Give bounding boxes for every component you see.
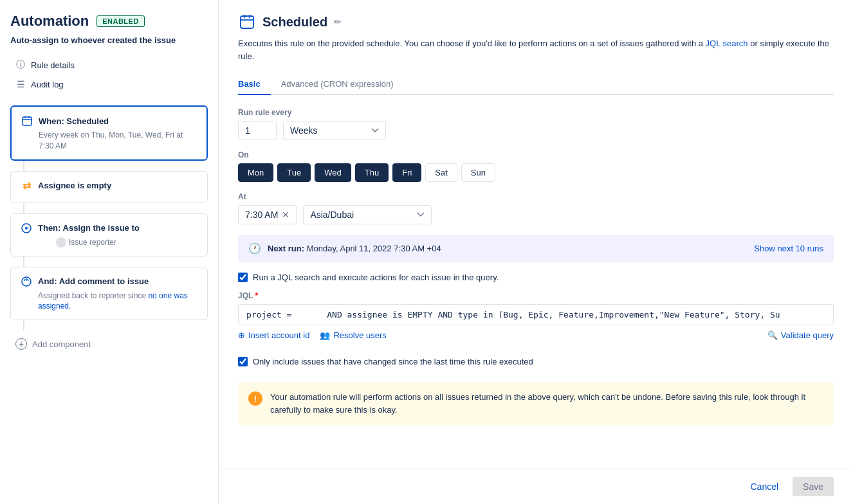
right-panel: Scheduled ✏ Executes this rule on the pr… <box>219 0 853 469</box>
warning-banner: ! Your automation rule will perform acti… <box>238 382 834 425</box>
jql-input-container <box>238 304 834 330</box>
svg-point-6 <box>22 277 31 286</box>
insert-account-id-button[interactable]: ⊕ Insert account id <box>238 330 309 340</box>
day-buttons: Mon Tue Wed Thu Fri Sat Sun <box>238 163 834 182</box>
sidebar-item-rule-details[interactable]: ⓘ Rule details <box>10 57 208 73</box>
rule-details-label: Rule details <box>31 60 75 70</box>
day-sat[interactable]: Sat <box>425 163 457 182</box>
jql-checkbox-label: Run a JQL search and execute actions for… <box>253 273 499 282</box>
workflow-node-scheduled[interactable]: When: Scheduled Every week on Thu, Mon, … <box>10 105 208 161</box>
connector-4 <box>23 320 24 330</box>
connector-1 <box>23 161 24 171</box>
jql-actions: ⊕ Insert account id 👥 Resolve users 🔍 Va… <box>238 330 834 340</box>
sidebar-header: Automation ENABLED <box>10 13 208 30</box>
list-icon: ☰ <box>15 79 26 89</box>
time-input-wrap: 7:30 AM ✕ <box>238 205 297 224</box>
clear-time-button[interactable]: ✕ <box>282 210 289 220</box>
workflow-node-assign[interactable]: Then: Assign the issue to Issue reporter <box>10 213 208 256</box>
frequency-select[interactable]: Hours Days Weeks Months <box>283 121 386 140</box>
next-run-left: 🕐 Next run: Monday, April 11, 2022 7:30 … <box>248 242 441 255</box>
jql-label: JQL * <box>238 291 834 300</box>
node-header-assignee: ⇄ Assignee is empty <box>20 179 198 192</box>
day-sun[interactable]: Sun <box>461 163 495 182</box>
workflow-node-comment[interactable]: And: Add comment to issue Assigned back … <box>10 267 208 321</box>
footer: Cancel Save <box>219 469 853 504</box>
sidebar-subtitle: Auto-assign to whoever created the issue <box>10 35 208 46</box>
time-value: 7:30 AM <box>245 210 278 220</box>
jql-checkbox-row: Run a JQL search and execute actions for… <box>238 273 834 282</box>
show-next-runs-link[interactable]: Show next 10 runs <box>754 244 823 253</box>
day-mon[interactable]: Mon <box>238 163 273 182</box>
node-header-assign: Then: Assign the issue to <box>20 222 198 235</box>
info-icon: ⓘ <box>15 60 26 70</box>
tabs: Basic Advanced (CRON expression) <box>238 74 834 95</box>
time-row: 7:30 AM ✕ Asia/Dubai UTC America/New_Yor… <box>238 205 834 224</box>
filter-icon: ⇄ <box>20 179 33 192</box>
node-title-assign: Then: Assign the issue to <box>38 223 140 233</box>
cancel-button[interactable]: Cancel <box>742 478 786 496</box>
svg-point-5 <box>25 227 28 230</box>
action-icon <box>20 222 33 235</box>
node-header-comment: And: Add comment to issue <box>20 275 198 288</box>
add-component-label: Add component <box>32 339 91 349</box>
day-wed[interactable]: Wed <box>315 163 351 182</box>
warning-text: Your automation rule will perform action… <box>270 391 823 416</box>
connector-3 <box>23 256 24 267</box>
connector-2 <box>23 203 24 213</box>
day-fri[interactable]: Fri <box>392 163 421 182</box>
validate-query-button[interactable]: 🔍 Validate query <box>767 330 834 340</box>
jql-checkbox[interactable] <box>238 273 248 282</box>
reporter-avatar <box>56 237 66 248</box>
edit-icon[interactable]: ✏ <box>334 17 342 27</box>
jql-left-actions: ⊕ Insert account id 👥 Resolve users <box>238 330 387 340</box>
app-title: Automation <box>10 13 89 30</box>
day-tue[interactable]: Tue <box>277 163 311 182</box>
workflow-container: When: Scheduled Every week on Thu, Mon, … <box>10 105 208 491</box>
include-changed-row: Only include issues that have changed si… <box>238 357 834 366</box>
add-component-button[interactable]: + Add component <box>10 336 208 352</box>
workflow-node-assignee[interactable]: ⇄ Assignee is empty <box>10 171 208 203</box>
audit-log-label: Audit log <box>31 80 64 89</box>
tab-advanced[interactable]: Advanced (CRON expression) <box>281 74 404 95</box>
enabled-badge: ENABLED <box>96 15 145 27</box>
node-title-scheduled: When: Scheduled <box>39 116 109 126</box>
sidebar-nav: ⓘ Rule details ☰ Audit log <box>10 57 208 93</box>
include-changed-label: Only include issues that have changed si… <box>253 357 533 366</box>
save-button[interactable]: Save <box>793 477 834 496</box>
svg-rect-0 <box>23 117 32 125</box>
next-run-text: Next run: Monday, April 11, 2022 7:30 AM… <box>268 244 441 253</box>
next-run-banner: 🕐 Next run: Monday, April 11, 2022 7:30 … <box>238 235 834 262</box>
panel-header: Scheduled ✏ <box>238 13 834 31</box>
sidebar: Automation ENABLED Auto-assign to whoeve… <box>0 0 219 504</box>
warning-icon: ! <box>248 392 262 406</box>
run-rule-label: Run rule every <box>238 108 834 117</box>
run-rule-section: Run rule every Hours Days Weeks Months <box>238 108 834 140</box>
jql-section: JQL * ⊕ Insert account id 👥 Resolve user… <box>238 291 834 346</box>
sidebar-item-audit-log[interactable]: ☰ Audit log <box>10 76 208 93</box>
timezone-select[interactable]: Asia/Dubai UTC America/New_York <box>303 205 432 224</box>
at-label: At <box>238 192 834 201</box>
comment-icon <box>20 275 33 288</box>
resolve-users-button[interactable]: 👥 Resolve users <box>320 330 386 340</box>
account-icon: ⊕ <box>238 330 245 340</box>
panel-calendar-icon <box>238 13 256 31</box>
required-marker: * <box>255 291 258 300</box>
users-icon: 👥 <box>320 330 330 340</box>
tab-basic[interactable]: Basic <box>238 74 271 95</box>
include-changed-checkbox[interactable] <box>238 357 248 366</box>
search-icon: 🔍 <box>767 330 778 340</box>
on-days-section: On Mon Tue Wed Thu Fri Sat Sun <box>238 150 834 182</box>
panel-title: Scheduled <box>262 15 327 30</box>
day-thu[interactable]: Thu <box>355 163 389 182</box>
jql-input[interactable] <box>238 304 834 325</box>
panel-description: Executes this rule on the provided sched… <box>238 37 834 62</box>
run-every-row: Hours Days Weeks Months <box>238 121 834 140</box>
node-title-assignee: Assignee is empty <box>38 181 111 190</box>
on-label: On <box>238 150 834 159</box>
frequency-number-input[interactable] <box>238 121 277 140</box>
node-title-comment: And: Add comment to issue <box>38 276 149 286</box>
jql-search-link[interactable]: JQL search <box>706 39 748 48</box>
node-desc-comment: Assigned back to reporter since no one w… <box>20 291 198 312</box>
calendar-icon <box>21 114 33 127</box>
node-header-scheduled: When: Scheduled <box>21 114 197 127</box>
